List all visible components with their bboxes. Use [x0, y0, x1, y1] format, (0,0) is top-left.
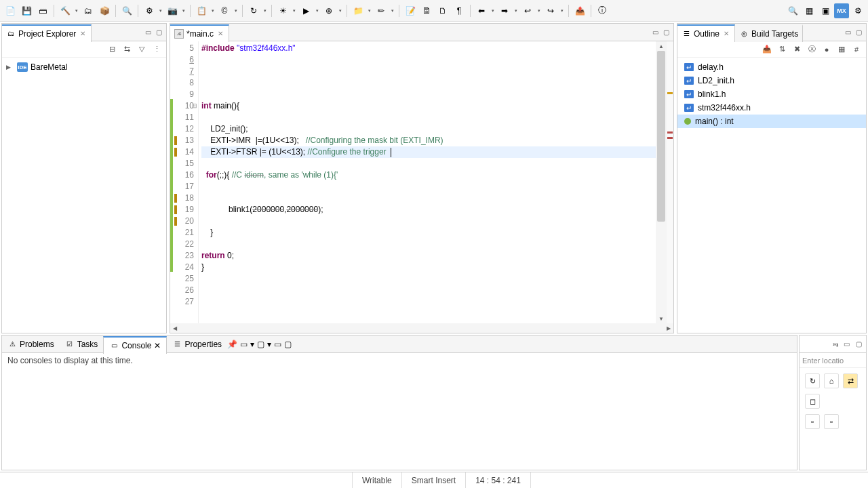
collapse-all-icon[interactable]: ⊟ — [106, 44, 117, 55]
toolbar-button[interactable]: ⬅ — [474, 3, 489, 18]
minimize-icon[interactable]: ▭ — [843, 28, 852, 37]
outline-tool[interactable]: 📥 — [762, 44, 772, 55]
maximize-icon[interactable]: ▢ — [154, 28, 163, 37]
toolbar-button[interactable]: ➡ — [497, 3, 512, 18]
chevron-down-icon[interactable]: ▾ — [536, 3, 542, 18]
horizontal-scrollbar[interactable]: ◀ ▶ — [170, 323, 673, 333]
filter-icon[interactable]: ▽ — [136, 44, 147, 55]
chevron-down-icon[interactable]: ▾ — [513, 3, 519, 18]
minimize-icon[interactable]: ▭ — [842, 340, 851, 349]
code-area[interactable]: #include "stm32f446xx.h"int main(){ LD2_… — [199, 41, 656, 323]
chevron-down-icon[interactable]: ▾ — [292, 3, 297, 18]
scroll-up-icon[interactable]: ▲ — [656, 41, 667, 51]
chevron-down-icon[interactable]: ▾ — [158, 3, 163, 18]
close-icon[interactable]: ✕ — [216, 30, 224, 38]
outline-tool[interactable]: # — [851, 44, 862, 55]
minimize-icon[interactable]: ▭ — [143, 28, 153, 37]
chevron-down-icon[interactable]: ▾ — [181, 3, 186, 18]
tab-main-c[interactable]: .c *main.c ✕ — [170, 24, 229, 42]
toolbar-button[interactable]: MX — [834, 3, 849, 18]
toolbar-button[interactable]: ▦ — [802, 3, 816, 18]
close-icon[interactable]: ✕ — [79, 30, 87, 38]
toolbar-button[interactable]: 🖺 — [419, 3, 434, 18]
minimize-icon[interactable]: ▭ — [650, 28, 660, 37]
scroll-thumb[interactable] — [657, 51, 665, 222]
toolbar-button[interactable]: ⊕ — [321, 3, 336, 18]
maximize-icon[interactable]: ▢ — [661, 28, 671, 37]
chevron-down-icon[interactable]: ▾ — [338, 3, 343, 18]
location-input[interactable]: Enter locatio — [800, 353, 866, 368]
maximize-icon[interactable]: ▢ — [284, 340, 292, 349]
tab-outline[interactable]: ☰ Outline ✕ — [677, 24, 735, 42]
pin-icon[interactable]: 📌 — [227, 340, 237, 349]
toolbar-button[interactable]: 🗋 — [435, 3, 450, 18]
project-node[interactable]: ▶ IDE BareMetal — [2, 60, 166, 74]
outline-tool[interactable]: ✖ — [791, 44, 802, 55]
toolbar-button[interactable]: 🔍 — [119, 3, 134, 18]
display-icon[interactable]: ▭ — [240, 340, 248, 349]
toolbar-button[interactable]: 🔍 — [785, 3, 800, 18]
toolbar-button[interactable]: ▶ — [298, 3, 313, 18]
chevron-down-icon[interactable]: ▾ — [267, 340, 271, 349]
stop-icon[interactable]: ◻ — [805, 394, 820, 409]
outline-item[interactable]: main() : int — [677, 115, 866, 128]
outline-tool[interactable]: ⓧ — [806, 44, 817, 55]
tab-tasks[interactable]: ☑Tasks — [60, 336, 104, 353]
chevron-down-icon[interactable]: ▾ — [367, 3, 372, 18]
toolbar-button[interactable]: 📋 — [194, 3, 209, 18]
minimize-icon[interactable]: ▭ — [274, 340, 281, 349]
chevron-down-icon[interactable]: ▾ — [233, 3, 239, 18]
open-console-icon[interactable]: ▢ — [257, 340, 264, 349]
close-icon[interactable]: ✕ — [154, 341, 161, 350]
toolbar-button[interactable]: 💾 — [19, 3, 34, 18]
toolbar-button[interactable]: © — [217, 3, 232, 18]
toolbar-button[interactable]: ⓘ — [595, 3, 610, 18]
close-icon[interactable]: ✕ — [722, 30, 730, 38]
tab-problems[interactable]: ⚠Problems — [2, 336, 60, 353]
menu-icon[interactable]: ⋮ — [151, 44, 162, 55]
add-icon[interactable]: ▫ — [805, 414, 820, 429]
toolbar-button[interactable]: ✏ — [374, 3, 389, 18]
toolbar-button[interactable]: 📄 — [3, 3, 18, 18]
refresh-icon[interactable]: ↻ — [805, 373, 820, 388]
toolbar-button[interactable]: ⚙ — [850, 3, 865, 18]
chevron-down-icon[interactable]: ▾ — [559, 3, 565, 18]
toolbar-button[interactable]: 📷 — [165, 3, 180, 18]
folder-icon[interactable]: ▫ — [824, 414, 839, 429]
link-editor-icon[interactable]: ⇆ — [121, 44, 132, 55]
chevron-right-icon[interactable]: ▶ — [6, 64, 14, 70]
outline-item[interactable]: ↵delay.h — [677, 60, 866, 74]
chevron-down-icon[interactable]: ▾ — [250, 340, 254, 349]
toolbar-button[interactable]: 🗂 — [81, 3, 96, 18]
toolbar-button[interactable]: 📤 — [572, 3, 587, 18]
toolbar-button[interactable]: ↻ — [246, 3, 261, 18]
maximize-icon[interactable]: ▢ — [854, 340, 863, 349]
toolbar-button[interactable]: ⚙ — [142, 3, 157, 18]
outline-item[interactable]: ↵blink1.h — [677, 87, 866, 101]
scroll-left-icon[interactable]: ◀ — [170, 323, 180, 333]
outline-tool[interactable]: ● — [821, 44, 832, 55]
overview-ruler[interactable] — [667, 41, 673, 323]
chevron-down-icon[interactable]: ▾ — [490, 3, 496, 18]
chevron-down-icon[interactable]: ▾ — [210, 3, 216, 18]
chevron-down-icon[interactable]: ▾ — [262, 3, 268, 18]
chevron-down-icon[interactable]: ▾ — [315, 3, 320, 18]
outline-tool[interactable]: ⇅ — [776, 44, 787, 55]
toolbar-button[interactable]: 📁 — [351, 3, 366, 18]
tab-properties[interactable]: ☰Properties — [167, 336, 227, 353]
tab-project-explorer[interactable]: 🗂 Project Explorer ✕ — [2, 24, 92, 42]
chevron-down-icon[interactable]: ▾ — [74, 3, 79, 18]
toolbar-button[interactable]: 🗃 — [35, 3, 50, 18]
toolbar-button[interactable]: 📦 — [97, 3, 112, 18]
toolbar-button[interactable]: ↪ — [543, 3, 558, 18]
maximize-icon[interactable]: ▢ — [854, 28, 863, 37]
tab-build-targets[interactable]: ◎ Build Targets — [735, 24, 803, 42]
toolbar-button[interactable]: ↩ — [520, 3, 535, 18]
qa-icon[interactable]: »₂ — [833, 341, 839, 348]
toolbar-button[interactable]: ☀ — [275, 3, 290, 18]
scroll-right-icon[interactable]: ▶ — [664, 323, 673, 333]
vertical-scrollbar[interactable]: ▲ ▼ — [656, 41, 667, 323]
outline-item[interactable]: ↵LD2_init.h — [677, 74, 866, 87]
toolbar-button[interactable]: 🔨 — [58, 3, 73, 18]
toolbar-button[interactable]: ¶ — [452, 3, 467, 18]
